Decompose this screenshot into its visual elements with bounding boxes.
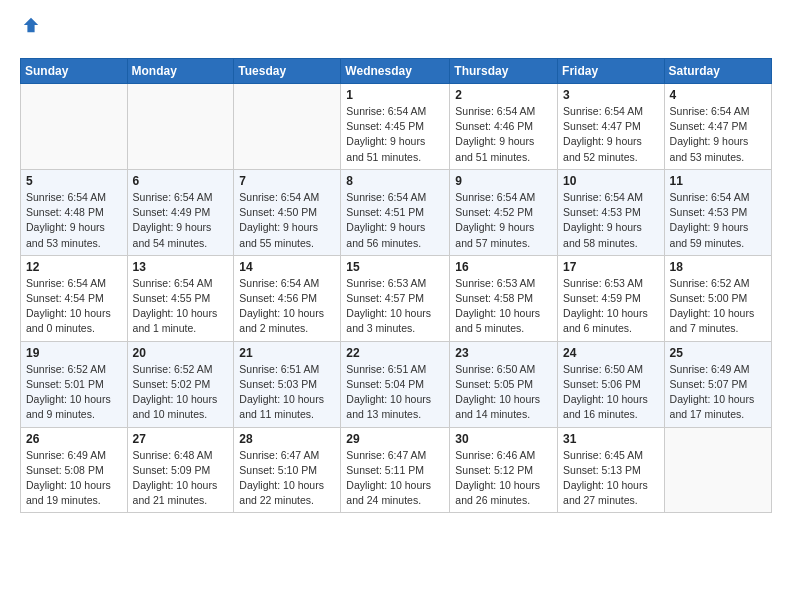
col-header-tuesday: Tuesday [234, 59, 341, 84]
day-cell: 6Sunrise: 6:54 AMSunset: 4:49 PMDaylight… [127, 169, 234, 255]
day-number: 21 [239, 346, 335, 360]
day-cell: 23Sunrise: 6:50 AMSunset: 5:05 PMDayligh… [450, 341, 558, 427]
day-number: 13 [133, 260, 229, 274]
day-cell: 20Sunrise: 6:52 AMSunset: 5:02 PMDayligh… [127, 341, 234, 427]
day-info: Sunrise: 6:50 AMSunset: 5:06 PMDaylight:… [563, 362, 659, 423]
logo-icon [22, 16, 40, 34]
day-info: Sunrise: 6:54 AMSunset: 4:52 PMDaylight:… [455, 190, 552, 251]
day-cell: 2Sunrise: 6:54 AMSunset: 4:46 PMDaylight… [450, 84, 558, 170]
day-cell: 8Sunrise: 6:54 AMSunset: 4:51 PMDaylight… [341, 169, 450, 255]
day-cell: 7Sunrise: 6:54 AMSunset: 4:50 PMDaylight… [234, 169, 341, 255]
day-number: 20 [133, 346, 229, 360]
day-number: 30 [455, 432, 552, 446]
day-info: Sunrise: 6:54 AMSunset: 4:50 PMDaylight:… [239, 190, 335, 251]
day-number: 9 [455, 174, 552, 188]
col-header-wednesday: Wednesday [341, 59, 450, 84]
day-cell: 21Sunrise: 6:51 AMSunset: 5:03 PMDayligh… [234, 341, 341, 427]
calendar-header-row: SundayMondayTuesdayWednesdayThursdayFrid… [21, 59, 772, 84]
day-cell: 1Sunrise: 6:54 AMSunset: 4:45 PMDaylight… [341, 84, 450, 170]
day-cell: 3Sunrise: 6:54 AMSunset: 4:47 PMDaylight… [558, 84, 665, 170]
day-cell [664, 427, 771, 513]
col-header-saturday: Saturday [664, 59, 771, 84]
day-number: 5 [26, 174, 122, 188]
day-cell: 30Sunrise: 6:46 AMSunset: 5:12 PMDayligh… [450, 427, 558, 513]
day-info: Sunrise: 6:54 AMSunset: 4:53 PMDaylight:… [563, 190, 659, 251]
day-number: 19 [26, 346, 122, 360]
col-header-sunday: Sunday [21, 59, 128, 84]
day-info: Sunrise: 6:52 AMSunset: 5:02 PMDaylight:… [133, 362, 229, 423]
day-cell: 16Sunrise: 6:53 AMSunset: 4:58 PMDayligh… [450, 255, 558, 341]
day-info: Sunrise: 6:54 AMSunset: 4:46 PMDaylight:… [455, 104, 552, 165]
day-info: Sunrise: 6:51 AMSunset: 5:04 PMDaylight:… [346, 362, 444, 423]
day-info: Sunrise: 6:49 AMSunset: 5:08 PMDaylight:… [26, 448, 122, 509]
day-number: 14 [239, 260, 335, 274]
day-number: 24 [563, 346, 659, 360]
day-info: Sunrise: 6:54 AMSunset: 4:49 PMDaylight:… [133, 190, 229, 251]
day-number: 2 [455, 88, 552, 102]
day-info: Sunrise: 6:52 AMSunset: 5:01 PMDaylight:… [26, 362, 122, 423]
day-cell [234, 84, 341, 170]
day-info: Sunrise: 6:52 AMSunset: 5:00 PMDaylight:… [670, 276, 766, 337]
day-cell: 4Sunrise: 6:54 AMSunset: 4:47 PMDaylight… [664, 84, 771, 170]
day-cell: 29Sunrise: 6:47 AMSunset: 5:11 PMDayligh… [341, 427, 450, 513]
day-number: 16 [455, 260, 552, 274]
day-number: 28 [239, 432, 335, 446]
calendar-table: SundayMondayTuesdayWednesdayThursdayFrid… [20, 58, 772, 513]
day-cell: 18Sunrise: 6:52 AMSunset: 5:00 PMDayligh… [664, 255, 771, 341]
col-header-thursday: Thursday [450, 59, 558, 84]
day-cell: 19Sunrise: 6:52 AMSunset: 5:01 PMDayligh… [21, 341, 128, 427]
week-row-1: 1Sunrise: 6:54 AMSunset: 4:45 PMDaylight… [21, 84, 772, 170]
day-number: 18 [670, 260, 766, 274]
day-cell: 24Sunrise: 6:50 AMSunset: 5:06 PMDayligh… [558, 341, 665, 427]
day-cell: 5Sunrise: 6:54 AMSunset: 4:48 PMDaylight… [21, 169, 128, 255]
week-row-5: 26Sunrise: 6:49 AMSunset: 5:08 PMDayligh… [21, 427, 772, 513]
day-cell [21, 84, 128, 170]
day-number: 10 [563, 174, 659, 188]
day-cell: 28Sunrise: 6:47 AMSunset: 5:10 PMDayligh… [234, 427, 341, 513]
day-cell: 22Sunrise: 6:51 AMSunset: 5:04 PMDayligh… [341, 341, 450, 427]
day-number: 7 [239, 174, 335, 188]
day-cell: 12Sunrise: 6:54 AMSunset: 4:54 PMDayligh… [21, 255, 128, 341]
page: SundayMondayTuesdayWednesdayThursdayFrid… [0, 0, 792, 529]
day-cell [127, 84, 234, 170]
week-row-3: 12Sunrise: 6:54 AMSunset: 4:54 PMDayligh… [21, 255, 772, 341]
day-info: Sunrise: 6:54 AMSunset: 4:48 PMDaylight:… [26, 190, 122, 251]
week-row-4: 19Sunrise: 6:52 AMSunset: 5:01 PMDayligh… [21, 341, 772, 427]
svg-marker-0 [24, 18, 38, 32]
day-cell: 10Sunrise: 6:54 AMSunset: 4:53 PMDayligh… [558, 169, 665, 255]
day-info: Sunrise: 6:54 AMSunset: 4:47 PMDaylight:… [563, 104, 659, 165]
day-number: 3 [563, 88, 659, 102]
day-info: Sunrise: 6:50 AMSunset: 5:05 PMDaylight:… [455, 362, 552, 423]
col-header-friday: Friday [558, 59, 665, 84]
day-info: Sunrise: 6:53 AMSunset: 4:59 PMDaylight:… [563, 276, 659, 337]
day-info: Sunrise: 6:46 AMSunset: 5:12 PMDaylight:… [455, 448, 552, 509]
day-info: Sunrise: 6:54 AMSunset: 4:45 PMDaylight:… [346, 104, 444, 165]
day-cell: 15Sunrise: 6:53 AMSunset: 4:57 PMDayligh… [341, 255, 450, 341]
day-number: 17 [563, 260, 659, 274]
day-info: Sunrise: 6:49 AMSunset: 5:07 PMDaylight:… [670, 362, 766, 423]
day-number: 4 [670, 88, 766, 102]
day-info: Sunrise: 6:51 AMSunset: 5:03 PMDaylight:… [239, 362, 335, 423]
day-info: Sunrise: 6:45 AMSunset: 5:13 PMDaylight:… [563, 448, 659, 509]
logo [20, 16, 40, 48]
day-number: 1 [346, 88, 444, 102]
day-cell: 17Sunrise: 6:53 AMSunset: 4:59 PMDayligh… [558, 255, 665, 341]
day-info: Sunrise: 6:54 AMSunset: 4:47 PMDaylight:… [670, 104, 766, 165]
day-number: 8 [346, 174, 444, 188]
day-number: 31 [563, 432, 659, 446]
day-info: Sunrise: 6:47 AMSunset: 5:10 PMDaylight:… [239, 448, 335, 509]
day-info: Sunrise: 6:54 AMSunset: 4:53 PMDaylight:… [670, 190, 766, 251]
day-info: Sunrise: 6:48 AMSunset: 5:09 PMDaylight:… [133, 448, 229, 509]
day-info: Sunrise: 6:54 AMSunset: 4:56 PMDaylight:… [239, 276, 335, 337]
day-cell: 9Sunrise: 6:54 AMSunset: 4:52 PMDaylight… [450, 169, 558, 255]
day-number: 15 [346, 260, 444, 274]
day-info: Sunrise: 6:47 AMSunset: 5:11 PMDaylight:… [346, 448, 444, 509]
day-info: Sunrise: 6:54 AMSunset: 4:55 PMDaylight:… [133, 276, 229, 337]
header [20, 16, 772, 48]
day-number: 25 [670, 346, 766, 360]
day-number: 26 [26, 432, 122, 446]
day-number: 22 [346, 346, 444, 360]
day-cell: 13Sunrise: 6:54 AMSunset: 4:55 PMDayligh… [127, 255, 234, 341]
col-header-monday: Monday [127, 59, 234, 84]
day-number: 12 [26, 260, 122, 274]
